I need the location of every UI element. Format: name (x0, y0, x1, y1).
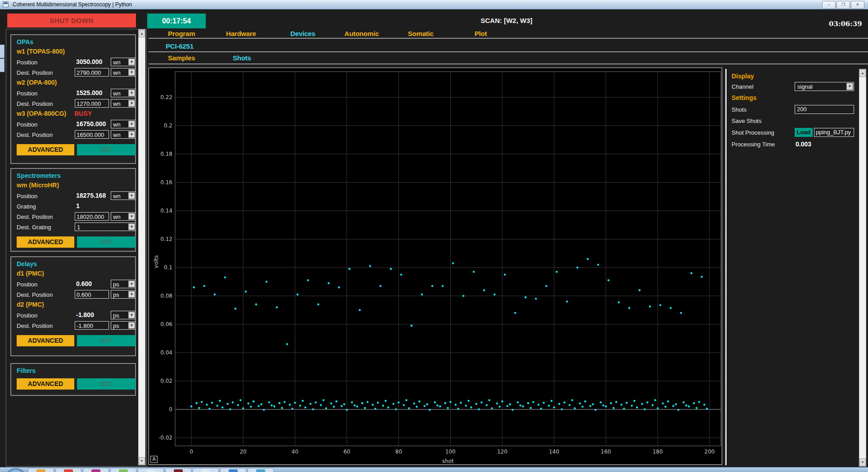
chevron-down-icon[interactable]: ▼ (128, 131, 135, 138)
chevron-down-icon[interactable]: ▼ (128, 213, 135, 220)
hardware-name: w2 (OPA-800) (17, 79, 57, 86)
shutdown-button[interactable]: SHUT DOWN (7, 14, 136, 27)
unit-select[interactable]: ps▼ (111, 280, 136, 288)
set-button[interactable]: SET (77, 335, 136, 346)
tab-hardware[interactable]: Hardware (226, 30, 256, 37)
advanced-button[interactable]: ADVANCED (17, 378, 74, 390)
title-bar[interactable]: Coherent Multidimensional Spectroscopy |… (0, 0, 868, 9)
taskbar-app-9[interactable] (248, 468, 274, 472)
field-input[interactable]: 1270.000 (75, 99, 109, 108)
close-icon[interactable]: ✕ (851, 1, 864, 9)
tab-pci-6251[interactable]: PCI-6251 (166, 42, 194, 50)
data-point (685, 404, 687, 407)
scroll-down-icon[interactable]: ▼ (139, 457, 145, 465)
unit-select[interactable]: ps▼ (111, 321, 136, 330)
chevron-down-icon[interactable]: ▼ (128, 192, 135, 199)
tab-program[interactable]: Program (168, 30, 195, 37)
taskbar-app-3[interactable] (83, 468, 109, 472)
unit-select[interactable]: ps▼ (111, 311, 136, 319)
advanced-button[interactable]: ADVANCED (17, 144, 74, 155)
load-button[interactable]: Load (795, 128, 813, 137)
taskbar-app-5[interactable] (138, 468, 164, 472)
tab-devices[interactable]: Devices (290, 30, 315, 37)
tab-plot[interactable]: Plot (475, 30, 487, 37)
shots-plot[interactable]: -0.0200.020.040.060.080.10.120.140.160.1… (149, 68, 722, 465)
taskbar-app-4[interactable] (110, 468, 136, 472)
chevron-down-icon[interactable]: ▼ (128, 90, 135, 96)
field-input[interactable]: -1.800 (75, 321, 109, 330)
field-input[interactable]: 0.600 (75, 290, 109, 299)
autoscale-button[interactable]: A (150, 456, 158, 463)
data-point (542, 402, 545, 404)
chevron-down-icon[interactable]: ▼ (128, 121, 135, 127)
minimize-icon[interactable]: – (822, 1, 836, 9)
data-point (245, 290, 247, 293)
set-button[interactable]: SET (77, 236, 136, 248)
chevron-down-icon[interactable]: ▼ (128, 291, 135, 298)
data-point (348, 268, 351, 270)
unit-select[interactable]: wn▼ (111, 68, 136, 77)
data-point (522, 405, 524, 408)
shots-input[interactable]: 200 (795, 105, 854, 114)
unit-select[interactable]: ps▼ (111, 290, 136, 299)
data-point (706, 408, 708, 410)
unit-select[interactable]: 1▼ (75, 222, 136, 231)
svg-text:0.14: 0.14 (160, 208, 172, 214)
field-input[interactable]: 2790.000 (75, 68, 109, 77)
sidebar-scrollbar[interactable]: ▲ ▼ (138, 29, 145, 465)
data-point (641, 403, 643, 405)
taskbar[interactable] (0, 467, 868, 472)
data-point (429, 409, 431, 411)
tab-autonomic[interactable]: Autonomic (344, 30, 379, 37)
unit-select[interactable]: wn▼ (111, 89, 136, 97)
right-panel-scrollbar[interactable]: ▲ ▼ (859, 69, 866, 467)
background-window-fragment (0, 59, 5, 72)
set-button[interactable]: SET (77, 378, 136, 390)
field-input[interactable]: 16500.000 (75, 130, 109, 139)
chevron-down-icon[interactable]: ▼ (128, 69, 135, 76)
channel-select[interactable]: signal ▼ (795, 82, 854, 91)
taskbar-app-6[interactable] (165, 468, 191, 472)
tab-samples[interactable]: Samples (168, 54, 195, 62)
taskbar-app-1[interactable] (28, 468, 54, 472)
data-point (600, 401, 602, 404)
taskbar-app-8[interactable] (220, 468, 246, 472)
chevron-down-icon[interactable]: ▼ (128, 223, 135, 230)
unit-select[interactable]: wn▼ (111, 191, 136, 200)
taskbar-app-2[interactable] (55, 468, 81, 472)
tab-shots[interactable]: Shots (233, 54, 251, 62)
scroll-down-icon[interactable]: ▼ (859, 458, 866, 466)
tab-somatic[interactable]: Somatic (408, 30, 434, 37)
field-input[interactable]: 18020.000 (75, 212, 109, 221)
scroll-up-icon[interactable]: ▲ (859, 69, 866, 77)
unit-select[interactable]: wn▼ (111, 58, 136, 66)
chevron-down-icon[interactable]: ▼ (128, 312, 135, 318)
scatter-plot-canvas[interactable]: -0.0200.020.040.060.080.10.120.140.160.1… (149, 68, 722, 464)
chevron-down-icon[interactable]: ▼ (128, 322, 135, 329)
unit-select[interactable]: wn▼ (111, 99, 136, 108)
chevron-down-icon[interactable]: ▼ (128, 59, 135, 65)
field-row: Dest. Position1270.000wn▼ (11, 99, 135, 109)
data-point (431, 285, 434, 287)
data-point (224, 277, 226, 279)
unit-select[interactable]: wn▼ (111, 212, 136, 221)
start-button[interactable] (5, 468, 26, 472)
data-point (582, 406, 584, 408)
scroll-up-icon[interactable]: ▲ (139, 30, 145, 37)
set-button[interactable]: SET (77, 144, 136, 155)
advanced-button[interactable]: ADVANCED (17, 236, 74, 248)
data-point (631, 405, 633, 407)
restore-icon[interactable]: ❐ (836, 1, 850, 9)
taskbar-app-7[interactable] (193, 468, 219, 472)
section-filters: FiltersADVANCEDSET (10, 363, 136, 396)
chevron-down-icon[interactable]: ▼ (128, 100, 135, 107)
chevron-down-icon[interactable]: ▼ (128, 281, 135, 287)
data-point (253, 400, 255, 403)
unit-select[interactable]: wn▼ (111, 130, 136, 139)
timer-button[interactable]: 00:17:54 (147, 14, 206, 28)
data-point (483, 289, 485, 291)
processing-file-input[interactable]: pping_BJT.py (814, 128, 854, 137)
chevron-down-icon[interactable]: ▼ (846, 83, 853, 90)
advanced-button[interactable]: ADVANCED (17, 335, 74, 346)
unit-select[interactable]: wn▼ (111, 120, 136, 128)
